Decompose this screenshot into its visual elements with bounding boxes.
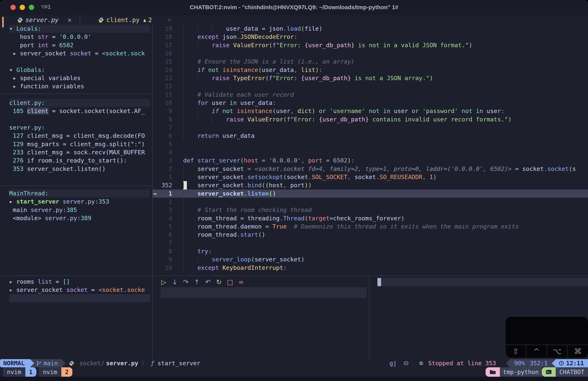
line-number[interactable]: 1 — [155, 189, 172, 198]
line-number[interactable]: 10 — [155, 264, 172, 272]
line-number[interactable]: 3 — [155, 156, 172, 164]
line-number[interactable]: 6 — [155, 231, 172, 239]
code-line[interactable]: server_socket = <socket.socket fd=4, fam… — [183, 165, 588, 173]
code-line[interactable]: def start_server(host = '0.0.0.0', port … — [183, 156, 588, 164]
code-line[interactable]: if not isinstance(user, dict) or 'userna… — [183, 107, 588, 115]
panel-divider[interactable] — [0, 186, 152, 186]
step-over-button[interactable]: ↷ — [183, 278, 189, 286]
breakpoints-row[interactable]: 185 client = socket.socket(socket.AF_ — [9, 107, 150, 115]
breakpoints-row[interactable] — [9, 115, 150, 123]
line-number[interactable]: 14 — [155, 66, 172, 74]
stacks-row[interactable]: <module> server.py:389 — [9, 214, 150, 222]
line-number[interactable]: 5 — [155, 222, 172, 231]
code-editor[interactable]: user_data = json.load(file) except json.… — [183, 24, 588, 272]
code-line[interactable]: raise ValueError(f"Error: {user_db_path}… — [183, 115, 588, 123]
breakpoints-row[interactable]: 353 server_socket.listen() — [9, 165, 150, 173]
code-line[interactable]: server_socket.bind((host, port)) — [183, 181, 588, 189]
stacks-row[interactable]: main server.py:385 — [9, 206, 150, 214]
code-line[interactable]: room_thread.start() — [183, 231, 588, 239]
dap-console-cursorline[interactable] — [378, 278, 588, 286]
line-number[interactable]: 18 — [155, 33, 172, 41]
code-line[interactable]: for user in user_data: — [183, 99, 588, 107]
line-number[interactable]: 16 — [155, 49, 172, 58]
code-line[interactable]: server_socket.listen() — [183, 189, 588, 198]
line-number[interactable]: 5 — [155, 140, 172, 148]
line-number[interactable]: 11 — [155, 91, 172, 99]
breakpoints-row[interactable]: server.py: — [9, 123, 150, 132]
disconnect-button[interactable]: ∞ — [238, 278, 244, 286]
watches-row[interactable]: ▸ rooms list = [] — [9, 278, 150, 286]
breakpoints-row[interactable]: 129 msg_parts = client_msg.split(":") — [9, 140, 150, 148]
code-line[interactable]: # Ensure the JSON is a list (i.e., an ar… — [183, 58, 588, 66]
breakpoints-header[interactable]: client.py: — [9, 99, 150, 107]
step-back-button[interactable]: ↶ — [205, 278, 211, 286]
code-line[interactable]: if not isinstance(user_data, list): — [183, 66, 588, 74]
code-line[interactable]: server_loop(server_socket) — [183, 255, 588, 263]
scopes-header[interactable]: ▾ Locals: — [9, 24, 150, 33]
tab-server-py[interactable]: server.py × — [17, 15, 72, 24]
scopes-row[interactable]: ▸ special variables — [9, 74, 150, 82]
line-number[interactable]: 4 — [155, 148, 172, 156]
code-line[interactable] — [183, 198, 588, 206]
code-line[interactable]: room_thread.daemon = True # Daemonize th… — [183, 222, 588, 231]
line-number[interactable]: 19 — [155, 24, 172, 33]
breakpoints-row[interactable]: 233 client_msg = sock.recv(MAX_BUFFER — [9, 148, 150, 156]
watches-row[interactable] — [9, 294, 150, 302]
stacks-header[interactable]: MainThread: — [9, 189, 150, 198]
line-number[interactable]: 7 — [155, 123, 172, 132]
bottom-panel-divider[interactable] — [369, 276, 369, 359]
scopes-row[interactable]: host str = '0.0.0.0' — [9, 33, 150, 41]
code-line[interactable] — [183, 82, 588, 90]
line-number-gutter[interactable]: 1918171615141312111098765432135212345678… — [155, 24, 172, 272]
step-out-button[interactable]: ↑ — [194, 278, 200, 286]
stop-button[interactable]: □ — [227, 278, 233, 286]
code-line[interactable] — [183, 239, 588, 247]
code-line[interactable]: server_socket.setsockopt(socket.SOL_SOCK… — [183, 173, 588, 181]
tab-close-icon[interactable]: × — [68, 16, 72, 24]
code-line[interactable]: except KeyboardInterrupt: — [183, 264, 588, 272]
bottom-panel-divider[interactable] — [152, 276, 153, 359]
code-line[interactable]: room_thread = threading.Thread(target=ch… — [183, 214, 588, 222]
line-number[interactable]: 9 — [155, 107, 172, 115]
breakpoints-row[interactable]: 276 if room.is_ready_to_start(): — [9, 156, 150, 164]
line-number[interactable]: 7 — [155, 239, 172, 247]
line-number[interactable]: 8 — [155, 247, 172, 255]
scopes-row[interactable] — [9, 58, 150, 66]
stacks-row[interactable]: ▸ start_server server.py:353 — [9, 198, 150, 206]
line-number[interactable]: 9 — [155, 255, 172, 263]
scopes-row[interactable]: ▸ server_socket socket = <socket.sock — [9, 49, 150, 58]
line-number[interactable]: 2 — [155, 165, 172, 173]
line-number[interactable]: 17 — [155, 41, 172, 49]
dap-repl-prompt-line[interactable] — [161, 287, 367, 298]
scopes-row[interactable]: ▾ Globals: — [9, 66, 150, 74]
line-number[interactable]: 3 — [155, 206, 172, 214]
step-into-button[interactable]: ↓ — [171, 278, 178, 286]
bottom-divider[interactable] — [0, 276, 588, 276]
tab-client-py[interactable]: client.py ▲ 2 — [98, 15, 152, 24]
tabbar-close-icon[interactable]: × — [167, 16, 171, 23]
code-line[interactable]: user_data = json.load(file) — [183, 24, 588, 33]
tmux-window-nvim-1[interactable]: nvim1 — [3, 367, 36, 377]
line-number[interactable]: 15 — [155, 58, 172, 66]
panel-divider[interactable] — [0, 94, 152, 94]
play-button[interactable]: ▷ — [161, 278, 167, 286]
code-line[interactable]: raise TypeError(f"Error: {user_db_path} … — [183, 74, 588, 82]
code-line[interactable] — [183, 49, 588, 58]
line-number[interactable]: 13 — [155, 74, 172, 82]
code-line[interactable]: try: — [183, 247, 588, 255]
line-number[interactable]: 1 — [155, 173, 172, 181]
line-number[interactable]: 8 — [155, 115, 172, 123]
code-line[interactable]: raise ValueError(f"Error: {user_db_path}… — [183, 41, 588, 49]
line-number[interactable]: 4 — [155, 214, 172, 222]
breakpoints-row[interactable]: 127 client_msg = client_msg.decode(FO — [9, 132, 150, 140]
code-line[interactable] — [183, 123, 588, 132]
watches-row[interactable]: ▸ server_socket socket = <socket.socke — [9, 286, 150, 294]
code-line[interactable] — [183, 148, 588, 156]
git-branch-segment[interactable]: main — [30, 359, 62, 367]
code-line[interactable]: # Validate each user record — [183, 91, 588, 99]
line-number[interactable]: 10 — [155, 99, 172, 107]
line-number[interactable]: 12 — [155, 82, 172, 90]
line-number[interactable]: 6 — [155, 132, 172, 140]
line-number[interactable]: 352 — [155, 181, 172, 189]
scopes-row[interactable]: port int = 6502 — [9, 41, 150, 49]
